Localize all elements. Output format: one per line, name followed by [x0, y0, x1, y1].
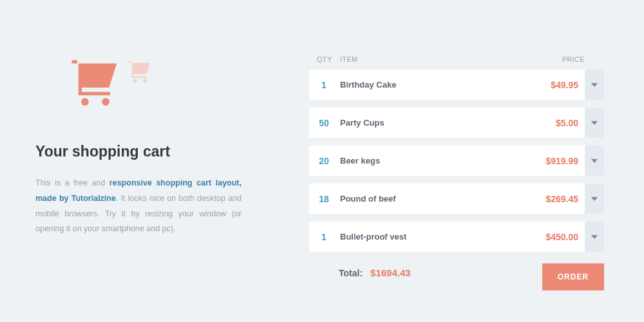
svg-point-3	[143, 79, 147, 83]
page-title: Your shopping cart	[35, 143, 277, 160]
expand-toggle[interactable]	[585, 108, 604, 138]
cart-icon	[66, 55, 121, 112]
expand-toggle[interactable]	[585, 146, 604, 176]
cart-row: 1 Bullet-proof vest $450.00	[309, 222, 604, 252]
item-price: $49.95	[527, 80, 585, 90]
cart-row: 1 Birthday Cake $49.95	[309, 70, 604, 100]
cart-row: 20 Beer kegs $919.99	[309, 146, 604, 176]
item-qty: 1	[309, 232, 339, 242]
item-price: $919.99	[527, 156, 585, 166]
cart-row: 18 Pound of beef $269.45	[309, 184, 604, 214]
cart-illustration	[66, 55, 277, 112]
total-label: Total:	[339, 268, 363, 278]
item-name: Pound of beef	[339, 194, 527, 204]
header-item: ITEM	[339, 55, 540, 63]
item-price: $269.45	[527, 194, 585, 204]
order-button[interactable]: ORDER	[542, 263, 604, 290]
item-price: $5.00	[527, 118, 585, 128]
svg-point-0	[81, 98, 89, 106]
svg-point-1	[102, 98, 109, 106]
header-price: PRICE	[540, 55, 604, 63]
cart-row: 50 Party Cups $5.00	[309, 108, 604, 138]
expand-toggle[interactable]	[585, 184, 604, 214]
total-value: $1694.43	[370, 267, 411, 278]
item-name: Birthday Cake	[339, 80, 527, 90]
expand-toggle[interactable]	[585, 70, 604, 100]
item-qty: 20	[309, 156, 339, 166]
header-qty: QTY	[309, 55, 339, 63]
expand-toggle[interactable]	[585, 222, 604, 252]
item-qty: 50	[309, 118, 339, 128]
page-description: This is a free and responsive shopping c…	[35, 176, 242, 237]
item-price: $450.00	[527, 232, 585, 242]
item-name: Beer kegs	[339, 156, 527, 166]
svg-point-2	[133, 79, 137, 83]
item-name: Party Cups	[339, 118, 527, 128]
item-name: Bullet-proof vest	[339, 232, 527, 242]
item-qty: 1	[309, 80, 339, 90]
table-header: QTY ITEM PRICE	[309, 55, 604, 70]
item-qty: 18	[309, 194, 339, 204]
cart-icon-faded	[126, 55, 152, 87]
